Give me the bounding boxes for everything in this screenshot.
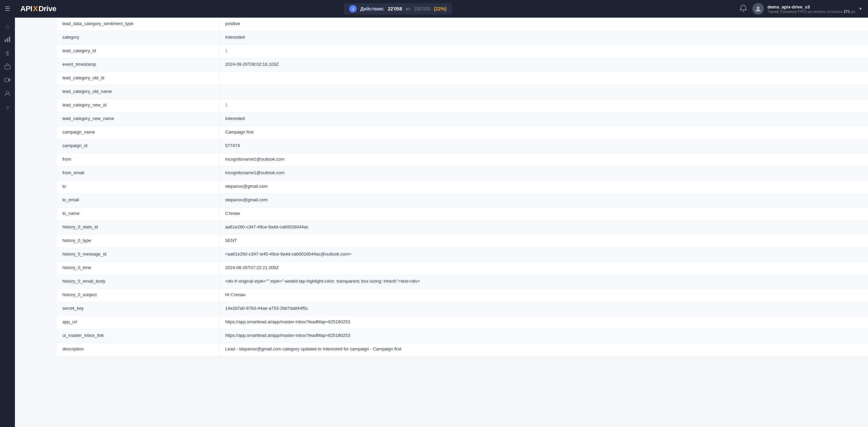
- field-name: lead_category_old_id: [57, 72, 220, 85]
- field-value: 14e2d7a0-8763-44ae-a753-2bb7da844f5c: [220, 302, 868, 316]
- actions-limit: 100'000: [414, 6, 430, 12]
- field-value: https://app.smartlead.ai/app/master-inbo…: [220, 316, 868, 329]
- table-row: tostepanov@gmail.com: [57, 180, 868, 194]
- hamburger-icon: ☰: [5, 5, 10, 13]
- field-name: event_timestamp: [57, 58, 220, 72]
- hamburger-button[interactable]: ☰: [0, 0, 15, 18]
- field-value: <aa61e260-c347-sl45-49ce-9a4d-ca60016044…: [220, 248, 868, 261]
- field-value: 577474: [220, 140, 868, 153]
- table-row: from_emailincognitoname1@outlook.com: [57, 167, 868, 180]
- sidebar-item-dollar[interactable]: $: [1, 47, 14, 60]
- field-value: SENT: [220, 235, 868, 248]
- field-value: Степан: [220, 207, 868, 221]
- data-table: lead_data_category_sentiment_typepositiv…: [57, 18, 868, 357]
- actions-count: 22'058: [388, 6, 402, 12]
- table-row: history_0_email_body<div fr-original-sty…: [57, 275, 868, 289]
- field-name: history_0_time: [57, 262, 220, 275]
- table-row: lead_category_old_id: [57, 72, 868, 85]
- field-value: Interested: [220, 31, 868, 44]
- field-name: lead_category_old_name: [57, 85, 220, 99]
- svg-rect-1: [7, 38, 8, 42]
- field-name: lead_category_new_id: [57, 99, 220, 112]
- sidebar-item-video[interactable]: [1, 75, 14, 87]
- field-name: history_0_message_id: [57, 248, 220, 261]
- info-icon: i: [349, 5, 357, 13]
- field-name: campaign_id: [57, 140, 220, 153]
- field-name: history_0_email_body: [57, 275, 220, 288]
- actions-separator: из: [406, 6, 410, 12]
- field-name: description: [57, 343, 220, 356]
- sidebar-item-diagram[interactable]: [1, 34, 14, 46]
- field-value: 1: [220, 99, 868, 112]
- field-value: Lead - stepanov@gmail.com category updat…: [220, 343, 868, 356]
- user-section[interactable]: demo_apix-drive_s3 Тариф |Премиум PRO| д…: [752, 3, 863, 15]
- field-name: to: [57, 180, 220, 194]
- avatar: [752, 3, 764, 15]
- sidebar-item-briefcase[interactable]: [1, 61, 14, 73]
- content-area: lead_data_category_sentiment_typepositiv…: [30, 18, 868, 357]
- sidebar-nav: ⌂ $ ?: [0, 18, 15, 114]
- field-name: to_name: [57, 207, 220, 221]
- field-name: history_0_type: [57, 235, 220, 248]
- table-row: lead_category_new_id1: [57, 99, 868, 113]
- table-row: to_nameСтепан: [57, 207, 868, 221]
- field-name: secret_key: [57, 302, 220, 316]
- sidebar: ☰ ⌂ $ ?: [0, 0, 15, 427]
- svg-point-5: [6, 91, 9, 94]
- svg-rect-0: [5, 39, 6, 42]
- table-row: campaign_id577474: [57, 140, 868, 153]
- field-value: incognitoname1@outlook.com: [220, 153, 868, 166]
- svg-point-6: [757, 6, 760, 9]
- field-name: history_0_stats_id: [57, 221, 220, 234]
- field-name: from_email: [57, 167, 220, 180]
- table-row: lead_category_old_name: [57, 85, 868, 99]
- field-value: 2024-08-26T07:22:21.009Z: [220, 262, 868, 275]
- field-value: stepanov@gmail.com: [220, 194, 868, 207]
- user-icon: [4, 90, 11, 98]
- left-panel: [30, 18, 57, 357]
- table-row: history_0_subjectHi Степан: [57, 289, 868, 302]
- field-value: Hi Степан: [220, 289, 868, 302]
- table-row: event_timestamp2024-08-26T08:02:16.103Z: [57, 58, 868, 72]
- actions-counter[interactable]: i Действия: 22'058 из 100'000 (22%): [344, 3, 452, 15]
- field-value: incognitoname1@outlook.com: [220, 167, 868, 180]
- svg-rect-2: [9, 37, 10, 42]
- briefcase-icon: [4, 63, 11, 71]
- field-value: aa61e260-c347-49ce-9a4d-ca60016044ac: [220, 221, 868, 234]
- table-row: lead_category_new_nameInterested: [57, 113, 868, 126]
- table-row: secret_key14e2d7a0-8763-44ae-a753-2bb7da…: [57, 302, 868, 316]
- field-value: [220, 85, 868, 99]
- help-icon: ?: [6, 105, 9, 111]
- field-name: app_url: [57, 316, 220, 329]
- field-name: campaign_name: [57, 126, 220, 139]
- diagram-icon: [4, 36, 11, 44]
- field-value: https://app.smartlead.ai/app/master-inbo…: [220, 329, 868, 343]
- sidebar-item-help[interactable]: ?: [1, 102, 14, 114]
- field-value: 2024-08-26T08:02:16.103Z: [220, 58, 868, 72]
- field-name: ui_master_inbox_link: [57, 329, 220, 343]
- table-row: descriptionLead - stepanov@gmail.com cat…: [57, 343, 868, 357]
- logo: API X Drive: [20, 4, 56, 13]
- home-icon: ⌂: [6, 23, 9, 30]
- sidebar-item-user[interactable]: [1, 88, 14, 100]
- user-name: demo_apix-drive_s3: [767, 4, 855, 9]
- bell-icon[interactable]: [739, 4, 747, 14]
- table-row: ui_master_inbox_linkhttps://app.smartlea…: [57, 329, 868, 343]
- svg-rect-3: [5, 65, 10, 69]
- dollar-icon: $: [6, 50, 9, 57]
- field-value: stepanov@gmail.com: [220, 180, 868, 194]
- logo-drive: Drive: [38, 4, 56, 13]
- actions-label: Действия:: [360, 6, 384, 12]
- field-name: category: [57, 31, 220, 44]
- table-row: campaign_nameCampaign first: [57, 126, 868, 140]
- topbar-right: demo_apix-drive_s3 Тариф |Премиум PRO| д…: [739, 3, 863, 15]
- field-value: <div fr-original-style="" style="-webkit…: [220, 275, 868, 288]
- field-value: Interested: [220, 113, 868, 126]
- sidebar-item-home[interactable]: ⌂: [1, 20, 14, 33]
- table-row: lead_category_id1: [57, 45, 868, 58]
- table-row: history_0_message_id<aa61e260-c347-sl45-…: [57, 248, 868, 262]
- table-row: categoryInterested: [57, 31, 868, 45]
- main-content: lead_data_category_sentiment_typepositiv…: [30, 18, 868, 427]
- table-row: lead_data_category_sentiment_typepositiv…: [57, 18, 868, 31]
- field-name: lead_data_category_sentiment_type: [57, 18, 220, 31]
